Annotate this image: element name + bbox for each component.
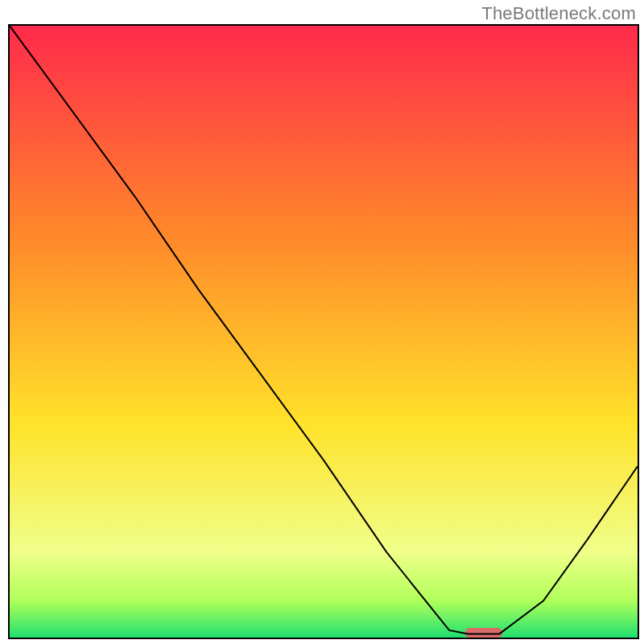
watermark-text: TheBottleneck.com — [481, 3, 636, 24]
gradient-background — [10, 26, 638, 638]
optimal-marker — [465, 628, 503, 638]
bottleneck-chart — [10, 26, 638, 638]
plot-area — [8, 24, 639, 639]
chart-frame: TheBottleneck.com — [0, 0, 644, 644]
